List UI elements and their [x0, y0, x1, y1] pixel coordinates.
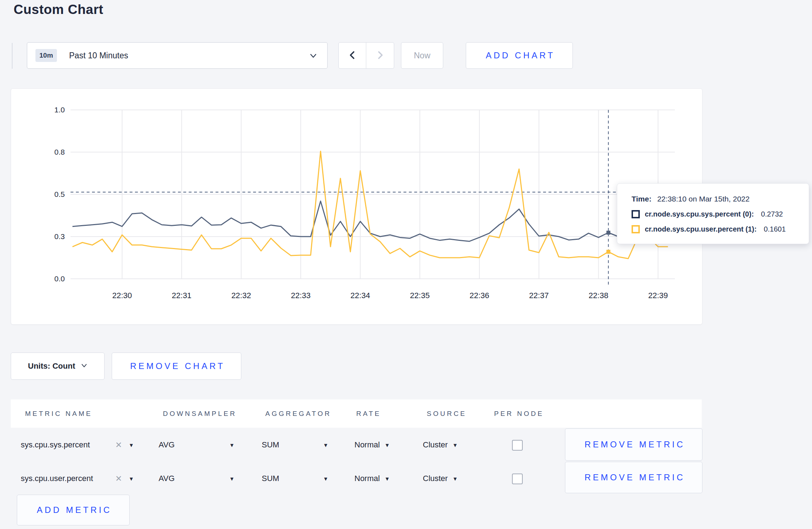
source-select[interactable]: Cluster ▼	[423, 428, 458, 462]
column-header-rate: RATE	[356, 399, 381, 428]
svg-text:0.0: 0.0	[54, 275, 65, 283]
per-node-checkbox[interactable]	[512, 474, 523, 484]
metric-name-select[interactable]: sys.cpu.sys.percent ✕ ▼	[21, 428, 134, 462]
svg-text:22:33: 22:33	[291, 291, 310, 300]
units-dropdown[interactable]: Units: Count	[11, 353, 105, 380]
column-header-source: SOURCE	[427, 399, 467, 428]
downsampler-select[interactable]: AVG ▼	[159, 428, 235, 462]
caret-down-icon: ▼	[323, 442, 328, 448]
column-header-downsampler: DOWNSAMPLER	[163, 399, 237, 428]
caret-down-icon: ▼	[129, 442, 134, 448]
user-series-swatch-icon	[632, 225, 640, 233]
clear-metric-icon[interactable]: ✕	[115, 440, 122, 450]
svg-text:22:39: 22:39	[648, 291, 668, 300]
aggregator-value: SUM	[262, 474, 279, 483]
tooltip-series-value: 0.1601	[764, 225, 786, 233]
source-value: Cluster	[423, 440, 448, 450]
now-button[interactable]: Now	[401, 42, 443, 69]
remove-metric-button[interactable]: REMOVE METRIC	[565, 428, 702, 461]
rate-select[interactable]: Normal ▼	[354, 428, 390, 462]
chart-tooltip: Time:22:38:10 on Mar 15th, 2022 cr.node.…	[617, 183, 809, 244]
svg-text:22:31: 22:31	[172, 291, 192, 300]
toolbar-left-divider	[12, 43, 13, 69]
svg-text:22:34: 22:34	[351, 291, 370, 300]
aggregator-select[interactable]: SUM ▼	[262, 428, 328, 462]
tooltip-series-row: cr.node.sys.cpu.sys.percent (0): 0.2732	[632, 210, 798, 218]
downsampler-value: AVG	[159, 474, 175, 483]
tooltip-series-label: cr.node.sys.cpu.sys.percent (0):	[645, 210, 754, 218]
clear-metric-icon[interactable]: ✕	[115, 474, 122, 484]
units-label: Units: Count	[28, 361, 75, 371]
rate-select[interactable]: Normal ▼	[354, 462, 390, 495]
svg-text:22:38: 22:38	[589, 291, 608, 300]
metric-name-select[interactable]: sys.cpu.user.percent ✕ ▼	[21, 462, 134, 495]
next-time-button[interactable]	[366, 43, 394, 68]
time-window-badge: 10m	[35, 49, 57, 62]
time-window-label: Past 10 Minutes	[69, 51, 128, 60]
chevron-right-icon	[376, 50, 385, 61]
tooltip-series-value: 0.2732	[761, 210, 783, 218]
page-title: Custom Chart	[14, 2, 103, 17]
tooltip-series-label: cr.node.sys.cpu.user.percent (1):	[645, 225, 757, 233]
custom-chart-page: Custom Chart 10m Past 10 Minutes Now ADD…	[0, 0, 812, 529]
chevron-down-icon	[81, 361, 87, 371]
caret-down-icon: ▼	[229, 476, 235, 482]
tooltip-time-row: Time:22:38:10 on Mar 15th, 2022	[632, 195, 798, 203]
time-step-buttons	[338, 42, 394, 69]
rate-value: Normal	[354, 440, 380, 450]
downsampler-value: AVG	[159, 440, 175, 450]
tooltip-series-row: cr.node.sys.cpu.user.percent (1): 0.1601	[632, 225, 798, 233]
caret-down-icon: ▼	[453, 476, 458, 482]
svg-text:1.0: 1.0	[54, 106, 65, 114]
add-metric-button[interactable]: ADD METRIC	[17, 495, 130, 525]
tooltip-time-value: 22:38:10 on Mar 15th, 2022	[657, 195, 750, 203]
svg-text:0.3: 0.3	[54, 232, 65, 241]
time-window-dropdown[interactable]: 10m Past 10 Minutes	[27, 42, 328, 69]
downsampler-select[interactable]: AVG ▼	[159, 462, 235, 495]
caret-down-icon: ▼	[385, 442, 390, 448]
svg-text:0.5: 0.5	[54, 190, 65, 198]
svg-text:22:36: 22:36	[469, 291, 489, 300]
metrics-line-chart[interactable]: 0.00.30.50.81.022:3022:3122:3222:3322:34…	[11, 89, 702, 324]
chevron-down-icon	[309, 52, 317, 61]
rate-value: Normal	[354, 474, 380, 483]
sys-series-swatch-icon	[632, 210, 640, 218]
remove-chart-button[interactable]: REMOVE CHART	[112, 353, 241, 380]
per-node-checkbox[interactable]	[512, 440, 523, 451]
svg-text:22:30: 22:30	[112, 291, 132, 300]
svg-text:22:32: 22:32	[231, 291, 251, 300]
caret-down-icon: ▼	[229, 442, 235, 448]
svg-text:0.8: 0.8	[54, 148, 65, 156]
metric-name-value: sys.cpu.sys.percent	[21, 440, 90, 450]
prev-time-button[interactable]	[339, 43, 366, 68]
remove-metric-button[interactable]: REMOVE METRIC	[565, 462, 702, 493]
metric-name-value: sys.cpu.user.percent	[21, 474, 93, 483]
caret-down-icon: ▼	[385, 476, 390, 482]
svg-text:22:37: 22:37	[529, 291, 549, 300]
add-chart-button[interactable]: ADD CHART	[466, 42, 573, 69]
caret-down-icon: ▼	[323, 476, 328, 482]
chart-card: 0.00.30.50.81.022:3022:3122:3222:3322:34…	[11, 88, 702, 325]
aggregator-select[interactable]: SUM ▼	[262, 462, 328, 495]
svg-text:22:35: 22:35	[410, 291, 430, 300]
source-select[interactable]: Cluster ▼	[423, 462, 458, 495]
caret-down-icon: ▼	[129, 476, 134, 482]
column-header-metric-name: METRIC NAME	[25, 399, 92, 428]
source-value: Cluster	[423, 474, 448, 483]
chevron-left-icon	[348, 50, 357, 61]
metrics-table-header: METRIC NAME DOWNSAMPLER AGGREGATOR RATE …	[11, 399, 702, 428]
column-header-per-node: PER NODE	[494, 399, 544, 428]
caret-down-icon: ▼	[453, 442, 458, 448]
tooltip-time-label: Time:	[632, 195, 652, 203]
aggregator-value: SUM	[262, 440, 279, 450]
column-header-aggregator: AGGREGATOR	[265, 399, 331, 428]
